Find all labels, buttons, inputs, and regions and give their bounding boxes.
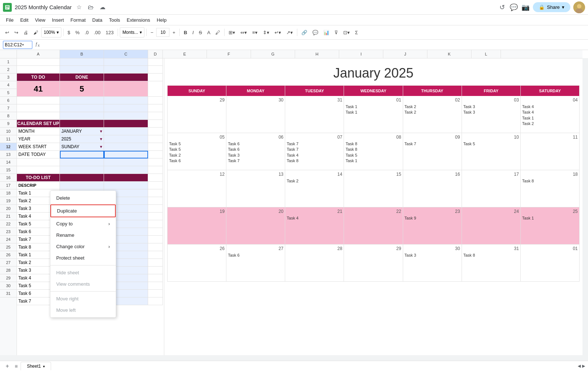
cal-day-jan09[interactable]: 09Task 7: [403, 133, 462, 170]
ctx-copy-to[interactable]: Copy to ›: [50, 218, 116, 229]
cell-D17[interactable]: [148, 189, 163, 197]
cell-D28[interactable]: [148, 274, 163, 282]
cell-A7[interactable]: [17, 112, 60, 120]
cell-B10[interactable]: 2025 ▾: [60, 135, 104, 143]
cell-D23[interactable]: [148, 236, 163, 243]
row-num-28[interactable]: 28: [0, 267, 17, 274]
cell-C4[interactable]: [104, 81, 148, 97]
row-num-24[interactable]: 24: [0, 236, 17, 243]
scroll-left-btn[interactable]: ◀: [578, 364, 581, 368]
row-num-2[interactable]: 2: [0, 66, 17, 74]
bold-button[interactable]: B: [182, 27, 189, 38]
cal-day-jan26[interactable]: 26: [168, 245, 226, 281]
cell-B6[interactable]: [60, 104, 104, 112]
link-button[interactable]: 🔗: [299, 27, 309, 38]
format-number-button[interactable]: 123: [103, 27, 116, 38]
cell-B11[interactable]: SUNDAY ▾: [60, 143, 104, 151]
menu-extensions[interactable]: Extensions: [124, 17, 153, 24]
h-align-button[interactable]: ≡▾: [250, 27, 260, 38]
row-num-9[interactable]: 9: [0, 120, 17, 128]
increase-font-button[interactable]: +: [170, 27, 178, 38]
rotate-button[interactable]: ↗▾: [284, 27, 295, 38]
italic-button[interactable]: I: [190, 27, 196, 38]
cell-D29[interactable]: [148, 282, 163, 290]
row-num-26[interactable]: 26: [0, 251, 17, 259]
cell-D14[interactable]: [148, 166, 163, 174]
cal-day-jan07[interactable]: 07Task 7Task 7Task 4Task 8: [285, 133, 344, 170]
col-header-K[interactable]: K: [427, 50, 472, 58]
cell-D24[interactable]: [148, 243, 163, 251]
cell-C5[interactable]: [104, 97, 148, 104]
cell-D30[interactable]: [148, 290, 163, 297]
cell-A12[interactable]: DATE TODAY: [17, 151, 60, 158]
cell-C11[interactable]: [104, 143, 148, 151]
scroll-right-btn[interactable]: ▶: [582, 364, 585, 368]
decrease-decimal-button[interactable]: .0: [83, 27, 91, 38]
cal-day-jan22[interactable]: 22: [344, 207, 403, 244]
cell-D31[interactable]: [148, 297, 163, 305]
history-icon[interactable]: ↺: [498, 3, 506, 12]
col-header-L[interactable]: L: [472, 50, 501, 58]
cell-D22[interactable]: [148, 228, 163, 236]
cell-A1[interactable]: [17, 58, 60, 66]
cal-day-jan15[interactable]: 15: [344, 170, 403, 207]
cell-A9[interactable]: MONTH: [17, 128, 60, 135]
cell-D13[interactable]: [148, 158, 163, 166]
menu-data[interactable]: Data: [89, 17, 105, 24]
cell-B15[interactable]: [60, 174, 104, 182]
col-header-I[interactable]: I: [339, 50, 383, 58]
decrease-font-button[interactable]: −: [148, 27, 156, 38]
cell-D18[interactable]: [148, 197, 163, 205]
row-num-11[interactable]: 11: [0, 135, 17, 143]
formula-input[interactable]: [43, 41, 585, 49]
row-num-7[interactable]: 7: [0, 104, 17, 112]
cal-day-jan19[interactable]: 19: [168, 207, 226, 244]
col-header-D[interactable]: D: [148, 50, 163, 58]
cal-day-jan04[interactable]: 04Task 4Task 4Task 1Task 2: [521, 96, 579, 133]
cell-C3[interactable]: [104, 74, 148, 81]
star-icon[interactable]: ☆: [75, 3, 83, 12]
col-header-A[interactable]: A: [17, 50, 60, 58]
cell-C2[interactable]: [104, 66, 148, 74]
row-num-18[interactable]: 18: [0, 189, 17, 197]
cell-D9[interactable]: [148, 128, 163, 135]
cell-D10[interactable]: [148, 135, 163, 143]
menu-file[interactable]: File: [3, 17, 17, 24]
borders-button[interactable]: ⊞▾: [226, 27, 237, 38]
cell-D6[interactable]: [148, 104, 163, 112]
cal-day-jan03[interactable]: 03Task 3Task 3: [462, 96, 521, 133]
percent-button[interactable]: %: [73, 27, 82, 38]
cell-C15[interactable]: [104, 174, 148, 182]
merge-button[interactable]: ⇔▾: [238, 27, 249, 38]
cell-A3[interactable]: TO DO: [17, 74, 60, 81]
freeze-button[interactable]: ⊡▾: [341, 27, 352, 38]
cal-day-dec31[interactable]: 31: [285, 96, 344, 133]
cell-A16[interactable]: DESCRIP: [17, 182, 60, 189]
cal-day-jan13[interactable]: 13: [226, 170, 285, 207]
row-num-27[interactable]: 27: [0, 259, 17, 267]
cell-D5[interactable]: [148, 97, 163, 104]
cell-C14[interactable]: [104, 166, 148, 174]
cal-day-jan01[interactable]: 01Task 1Task 1: [344, 96, 403, 133]
cal-day-jan23[interactable]: 23Task 9: [403, 207, 462, 244]
cell-C1[interactable]: [104, 58, 148, 66]
row-num-3[interactable]: 3: [0, 74, 17, 81]
row-num-31[interactable]: 31: [0, 290, 17, 297]
menu-edit[interactable]: Edit: [17, 17, 31, 24]
row-num-30[interactable]: 30: [0, 282, 17, 290]
formula-button[interactable]: Σ: [353, 27, 360, 38]
col-header-B[interactable]: B: [60, 50, 104, 58]
cell-D26[interactable]: [148, 259, 163, 267]
row-num-1[interactable]: 1: [0, 58, 17, 66]
cell-C6[interactable]: [104, 104, 148, 112]
cell-D11[interactable]: [148, 143, 163, 151]
ctx-rename[interactable]: Rename: [50, 229, 116, 241]
folder-icon[interactable]: 🗁: [86, 3, 95, 12]
cal-day-jan30[interactable]: 30Task 3: [403, 245, 462, 281]
cell-B12[interactable]: [60, 151, 104, 158]
row-num-25[interactable]: 25: [0, 243, 17, 251]
sheets-menu-button[interactable]: ≡: [15, 363, 18, 369]
cell-B5[interactable]: [60, 97, 104, 104]
cell-A10[interactable]: YEAR: [17, 135, 60, 143]
col-header-E[interactable]: E: [163, 50, 207, 58]
